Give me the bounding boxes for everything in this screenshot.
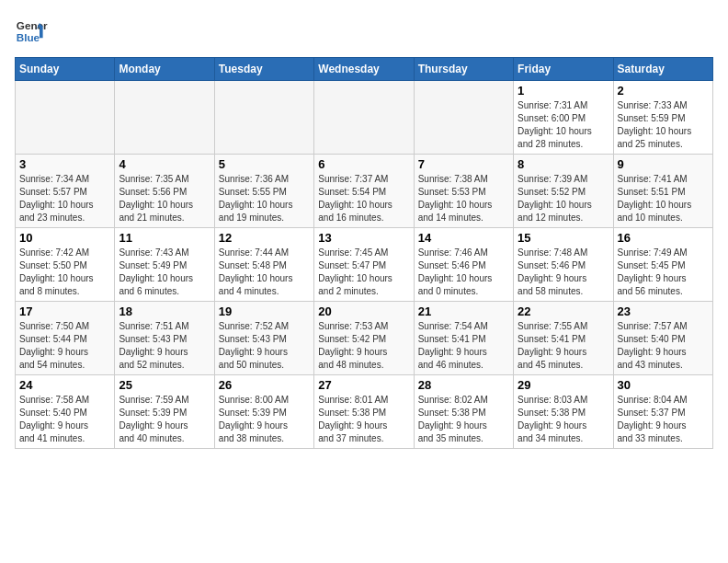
day-number: 23 — [618, 304, 709, 318]
day-number: 3 — [19, 157, 110, 171]
logo-icon: General Blue — [15, 15, 48, 48]
day-info: Sunrise: 7:48 AM Sunset: 5:46 PM Dayligh… — [518, 247, 609, 298]
weekday-header-wednesday: Wednesday — [314, 58, 414, 81]
calendar-cell: 7Sunrise: 7:38 AM Sunset: 5:53 PM Daylig… — [414, 155, 513, 228]
calendar-cell: 13Sunrise: 7:45 AM Sunset: 5:47 PM Dayli… — [314, 228, 414, 302]
day-number: 20 — [318, 304, 409, 318]
day-info: Sunrise: 7:43 AM Sunset: 5:49 PM Dayligh… — [119, 247, 210, 298]
day-number: 17 — [19, 304, 110, 318]
calendar-cell: 15Sunrise: 7:48 AM Sunset: 5:46 PM Dayli… — [514, 228, 613, 302]
calendar-cell — [115, 81, 214, 155]
day-number: 26 — [219, 378, 310, 392]
calendar-cell: 18Sunrise: 7:51 AM Sunset: 5:43 PM Dayli… — [115, 302, 214, 375]
day-info: Sunrise: 7:50 AM Sunset: 5:44 PM Dayligh… — [19, 320, 110, 372]
day-info: Sunrise: 7:37 AM Sunset: 5:54 PM Dayligh… — [318, 173, 409, 224]
day-info: Sunrise: 7:46 AM Sunset: 5:46 PM Dayligh… — [418, 247, 509, 298]
calendar-cell: 25Sunrise: 7:59 AM Sunset: 5:39 PM Dayli… — [115, 375, 214, 449]
day-info: Sunrise: 8:00 AM Sunset: 5:39 PM Dayligh… — [219, 394, 310, 445]
calendar-cell — [16, 81, 115, 155]
weekday-header-thursday: Thursday — [414, 58, 513, 81]
day-info: Sunrise: 7:51 AM Sunset: 5:43 PM Dayligh… — [119, 320, 210, 372]
day-info: Sunrise: 7:54 AM Sunset: 5:41 PM Dayligh… — [418, 320, 509, 372]
day-info: Sunrise: 7:38 AM Sunset: 5:53 PM Dayligh… — [418, 173, 509, 224]
day-number: 25 — [119, 378, 210, 392]
calendar-week-3: 10Sunrise: 7:42 AM Sunset: 5:50 PM Dayli… — [16, 228, 713, 302]
weekday-header-tuesday: Tuesday — [214, 58, 313, 81]
day-number: 28 — [418, 378, 509, 392]
weekday-header-sunday: Sunday — [16, 58, 115, 81]
logo: General Blue — [15, 15, 48, 48]
day-info: Sunrise: 7:52 AM Sunset: 5:43 PM Dayligh… — [219, 320, 310, 372]
day-info: Sunrise: 7:55 AM Sunset: 5:41 PM Dayligh… — [518, 320, 609, 372]
day-info: Sunrise: 8:02 AM Sunset: 5:38 PM Dayligh… — [418, 394, 509, 445]
day-number: 27 — [318, 378, 409, 392]
calendar-cell: 3Sunrise: 7:34 AM Sunset: 5:57 PM Daylig… — [16, 155, 115, 228]
day-info: Sunrise: 7:36 AM Sunset: 5:55 PM Dayligh… — [219, 173, 310, 224]
calendar-cell: 28Sunrise: 8:02 AM Sunset: 5:38 PM Dayli… — [414, 375, 513, 449]
calendar-cell: 22Sunrise: 7:55 AM Sunset: 5:41 PM Dayli… — [514, 302, 613, 375]
day-number: 21 — [418, 304, 509, 318]
weekday-header-row: SundayMondayTuesdayWednesdayThursdayFrid… — [16, 58, 713, 81]
calendar-cell: 29Sunrise: 8:03 AM Sunset: 5:38 PM Dayli… — [514, 375, 613, 449]
svg-text:General: General — [17, 19, 48, 31]
day-number: 2 — [618, 84, 709, 98]
day-number: 6 — [318, 157, 409, 171]
day-number: 5 — [219, 157, 310, 171]
day-number: 11 — [119, 231, 210, 245]
calendar-cell: 27Sunrise: 8:01 AM Sunset: 5:38 PM Dayli… — [314, 375, 414, 449]
day-number: 8 — [518, 157, 609, 171]
calendar-cell: 10Sunrise: 7:42 AM Sunset: 5:50 PM Dayli… — [16, 228, 115, 302]
day-info: Sunrise: 7:33 AM Sunset: 5:59 PM Dayligh… — [618, 99, 709, 151]
calendar-week-2: 3Sunrise: 7:34 AM Sunset: 5:57 PM Daylig… — [16, 155, 713, 228]
weekday-header-monday: Monday — [115, 58, 214, 81]
day-info: Sunrise: 7:34 AM Sunset: 5:57 PM Dayligh… — [19, 173, 110, 224]
day-info: Sunrise: 7:44 AM Sunset: 5:48 PM Dayligh… — [219, 247, 310, 298]
day-info: Sunrise: 7:39 AM Sunset: 5:52 PM Dayligh… — [518, 173, 609, 224]
calendar-cell: 12Sunrise: 7:44 AM Sunset: 5:48 PM Dayli… — [214, 228, 313, 302]
calendar-cell: 24Sunrise: 7:58 AM Sunset: 5:40 PM Dayli… — [16, 375, 115, 449]
day-info: Sunrise: 8:01 AM Sunset: 5:38 PM Dayligh… — [318, 394, 409, 445]
day-info: Sunrise: 7:58 AM Sunset: 5:40 PM Dayligh… — [19, 394, 110, 445]
day-number: 1 — [518, 84, 609, 98]
calendar-cell: 16Sunrise: 7:49 AM Sunset: 5:45 PM Dayli… — [613, 228, 712, 302]
calendar-cell: 2Sunrise: 7:33 AM Sunset: 5:59 PM Daylig… — [613, 81, 712, 155]
day-number: 7 — [418, 157, 509, 171]
calendar-cell: 1Sunrise: 7:31 AM Sunset: 6:00 PM Daylig… — [514, 81, 613, 155]
calendar-cell: 11Sunrise: 7:43 AM Sunset: 5:49 PM Dayli… — [115, 228, 214, 302]
calendar-cell: 26Sunrise: 8:00 AM Sunset: 5:39 PM Dayli… — [214, 375, 313, 449]
day-number: 29 — [518, 378, 609, 392]
day-number: 10 — [19, 231, 110, 245]
calendar-week-5: 24Sunrise: 7:58 AM Sunset: 5:40 PM Dayli… — [16, 375, 713, 449]
calendar-cell — [214, 81, 313, 155]
day-info: Sunrise: 7:59 AM Sunset: 5:39 PM Dayligh… — [119, 394, 210, 445]
day-number: 14 — [418, 231, 509, 245]
day-number: 30 — [618, 378, 709, 392]
day-info: Sunrise: 7:49 AM Sunset: 5:45 PM Dayligh… — [618, 247, 709, 298]
calendar-week-4: 17Sunrise: 7:50 AM Sunset: 5:44 PM Dayli… — [16, 302, 713, 375]
day-info: Sunrise: 7:45 AM Sunset: 5:47 PM Dayligh… — [318, 247, 409, 298]
day-info: Sunrise: 7:35 AM Sunset: 5:56 PM Dayligh… — [119, 173, 210, 224]
calendar-cell: 21Sunrise: 7:54 AM Sunset: 5:41 PM Dayli… — [414, 302, 513, 375]
day-info: Sunrise: 7:31 AM Sunset: 6:00 PM Dayligh… — [518, 99, 609, 151]
calendar-cell: 19Sunrise: 7:52 AM Sunset: 5:43 PM Dayli… — [214, 302, 313, 375]
calendar-table: SundayMondayTuesdayWednesdayThursdayFrid… — [15, 57, 713, 449]
weekday-header-friday: Friday — [514, 58, 613, 81]
day-info: Sunrise: 7:42 AM Sunset: 5:50 PM Dayligh… — [19, 247, 110, 298]
day-info: Sunrise: 8:03 AM Sunset: 5:38 PM Dayligh… — [518, 394, 609, 445]
day-number: 18 — [119, 304, 210, 318]
day-number: 15 — [518, 231, 609, 245]
calendar-cell: 30Sunrise: 8:04 AM Sunset: 5:37 PM Dayli… — [613, 375, 712, 449]
calendar-cell: 17Sunrise: 7:50 AM Sunset: 5:44 PM Dayli… — [16, 302, 115, 375]
day-number: 24 — [19, 378, 110, 392]
calendar-cell — [314, 81, 414, 155]
calendar-cell: 23Sunrise: 7:57 AM Sunset: 5:40 PM Dayli… — [613, 302, 712, 375]
page-header: General Blue — [15, 15, 713, 48]
day-number: 16 — [618, 231, 709, 245]
calendar-cell: 4Sunrise: 7:35 AM Sunset: 5:56 PM Daylig… — [115, 155, 214, 228]
calendar-cell: 5Sunrise: 7:36 AM Sunset: 5:55 PM Daylig… — [214, 155, 313, 228]
day-info: Sunrise: 7:57 AM Sunset: 5:40 PM Dayligh… — [618, 320, 709, 372]
day-number: 13 — [318, 231, 409, 245]
day-info: Sunrise: 7:53 AM Sunset: 5:42 PM Dayligh… — [318, 320, 409, 372]
calendar-cell — [414, 81, 513, 155]
calendar-cell: 6Sunrise: 7:37 AM Sunset: 5:54 PM Daylig… — [314, 155, 414, 228]
